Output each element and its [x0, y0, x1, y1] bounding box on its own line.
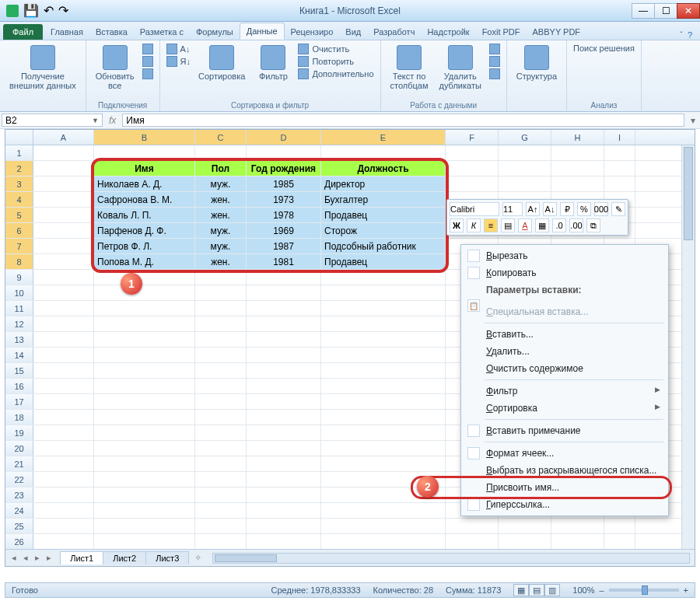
select-all-corner[interactable] — [5, 130, 33, 145]
cell[interactable] — [321, 379, 446, 393]
cell[interactable]: жен. — [195, 208, 247, 222]
qat-save-icon[interactable]: 💾 — [23, 3, 39, 18]
cell[interactable] — [247, 394, 321, 409]
cell[interactable] — [247, 363, 321, 378]
ribbon-small-button[interactable] — [142, 68, 153, 79]
context-menu-item[interactable]: Вставить... — [463, 326, 667, 343]
cell[interactable] — [321, 332, 446, 347]
context-menu-item[interactable]: Копировать — [463, 264, 667, 281]
cell[interactable] — [321, 285, 446, 300]
formula-bar[interactable]: Имя — [122, 114, 684, 127]
column-headers[interactable]: ABCDEFGHI — [5, 130, 695, 145]
name-box-input[interactable] — [5, 115, 92, 126]
cell[interactable] — [33, 425, 94, 440]
cell[interactable] — [94, 441, 195, 456]
cell[interactable]: муж. — [195, 176, 247, 191]
cell[interactable] — [247, 145, 321, 160]
cell[interactable] — [33, 176, 94, 191]
cell[interactable] — [446, 145, 499, 160]
fx-label[interactable]: fx — [104, 112, 121, 128]
context-menu-item[interactable]: Фильтр▶ — [463, 383, 667, 400]
context-menu-item[interactable]: Вставить примечание — [463, 422, 667, 439]
cell[interactable] — [94, 332, 195, 347]
row-header[interactable]: 17 — [5, 394, 33, 409]
cell[interactable] — [94, 285, 195, 300]
cell[interactable]: Сафронова В. М. — [94, 192, 195, 207]
column-header[interactable]: E — [321, 130, 446, 145]
cell[interactable] — [94, 410, 195, 425]
view-page-break-icon[interactable]: ▥ — [544, 584, 560, 596]
cell[interactable] — [33, 441, 94, 456]
cell[interactable] — [321, 316, 446, 331]
cell[interactable] — [33, 519, 94, 533]
cell[interactable]: 1978 — [247, 208, 321, 222]
cell[interactable]: Николаев А. Д. — [94, 176, 195, 191]
cell[interactable] — [321, 363, 446, 378]
cell[interactable] — [195, 316, 247, 331]
format-painter-icon[interactable]: ✎ — [611, 202, 625, 216]
cell[interactable] — [499, 161, 551, 176]
column-header[interactable]: B — [94, 130, 195, 145]
ribbon-button[interactable]: Удалить дубликаты — [436, 44, 485, 92]
ribbon-small-button[interactable] — [142, 44, 153, 54]
cell[interactable] — [195, 285, 247, 300]
cell[interactable] — [604, 534, 635, 549]
ribbon-button[interactable]: Обновить все — [93, 44, 138, 92]
row-header[interactable]: 7 — [5, 239, 33, 253]
cell[interactable] — [321, 270, 446, 285]
sheet-tab[interactable]: Лист1 — [60, 551, 103, 564]
cell[interactable]: жен. — [195, 254, 247, 269]
cell[interactable] — [247, 519, 321, 533]
vertical-scrollbar[interactable] — [681, 145, 695, 549]
cell[interactable] — [446, 534, 499, 549]
cell[interactable] — [195, 410, 247, 425]
tab-главная[interactable]: Главная — [44, 24, 89, 40]
cell[interactable] — [33, 145, 94, 160]
name-box-dropdown-icon[interactable]: ▼ — [92, 117, 99, 124]
cell[interactable] — [247, 316, 321, 331]
cell[interactable] — [33, 379, 94, 393]
cell[interactable] — [321, 301, 446, 316]
cell[interactable] — [247, 332, 321, 347]
cell[interactable] — [33, 316, 94, 331]
cell[interactable] — [321, 441, 446, 456]
cell[interactable] — [94, 379, 195, 393]
cell[interactable] — [33, 270, 94, 285]
cell[interactable] — [446, 176, 499, 191]
help-icon[interactable]: ? — [688, 30, 692, 40]
cell[interactable] — [33, 332, 94, 347]
row-header[interactable]: 23 — [5, 487, 33, 502]
sheet-nav-buttons[interactable]: ◂ ◂ ▸ ▸ — [5, 553, 60, 563]
cell[interactable] — [195, 379, 247, 393]
tab-надстройк[interactable]: Надстройк — [421, 24, 475, 40]
cell[interactable] — [195, 270, 247, 285]
cell[interactable]: муж. — [195, 223, 247, 238]
mini-toolbar[interactable]: A↑ A↓ ₽ % 000 ✎ Ж К ≡ ▤ А ▦ .0 .00 ⧉ — [446, 199, 628, 236]
cell[interactable]: Попова М. Д. — [94, 254, 195, 269]
row-header[interactable]: 18 — [5, 410, 33, 425]
cell[interactable] — [195, 519, 247, 533]
cell[interactable]: Директор — [321, 176, 446, 191]
increase-decimal-icon[interactable]: .00 — [569, 218, 583, 232]
column-header[interactable]: D — [247, 130, 321, 145]
cell[interactable] — [195, 394, 247, 409]
cell[interactable] — [247, 348, 321, 362]
cell[interactable] — [604, 519, 635, 533]
cell[interactable] — [33, 503, 94, 518]
context-menu-item[interactable]: Вырезать — [463, 247, 667, 264]
decrease-font-icon[interactable]: A↓ — [543, 202, 557, 216]
cell[interactable] — [195, 534, 247, 549]
cell[interactable] — [94, 316, 195, 331]
ribbon-button[interactable]: Текст по столбцам — [387, 44, 432, 92]
cell[interactable] — [33, 456, 94, 471]
horizontal-scrollbar[interactable] — [212, 553, 690, 564]
row-header[interactable]: 26 — [5, 534, 33, 549]
cell[interactable]: Продавец — [321, 208, 446, 222]
cell[interactable] — [551, 161, 604, 176]
cell[interactable]: 1969 — [247, 223, 321, 238]
currency-icon[interactable]: ₽ — [560, 202, 574, 216]
cell[interactable] — [247, 503, 321, 518]
cell[interactable] — [247, 301, 321, 316]
cell[interactable] — [499, 519, 551, 533]
ribbon-small-button[interactable]: Дополнительно — [298, 68, 373, 79]
